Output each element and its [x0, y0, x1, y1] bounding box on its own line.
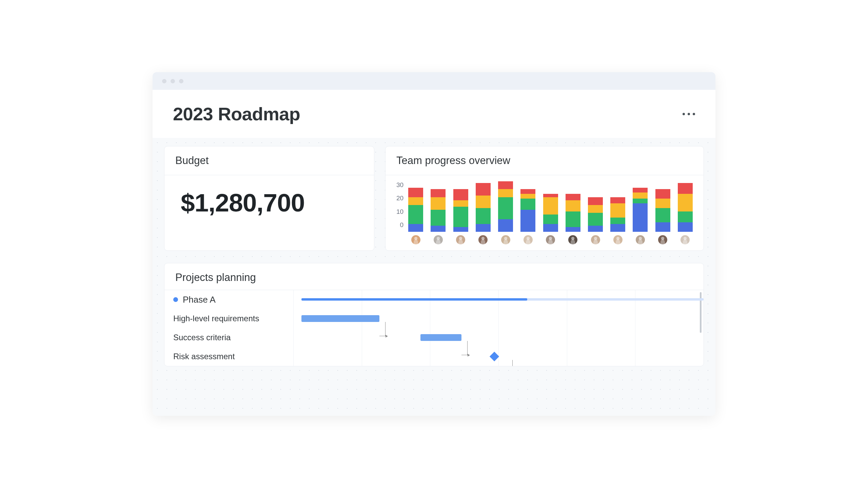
y-tick: 20: [396, 195, 403, 202]
bar-segment: [453, 207, 468, 227]
y-tick: 30: [396, 181, 403, 189]
bar-segment: [566, 200, 580, 211]
bar-segment: [520, 199, 535, 210]
bar-segment: [655, 222, 670, 232]
projects-planning-card[interactable]: Projects planning Phase A High-level req…: [164, 263, 704, 366]
chart-bar[interactable]: [498, 181, 513, 232]
y-tick: 0: [400, 221, 404, 229]
phase-bar-progress[interactable]: [301, 298, 527, 301]
avatar[interactable]: [613, 235, 623, 244]
budget-value: $1,280,700: [164, 175, 374, 232]
bar-segment: [655, 199, 670, 208]
bar-segment: [431, 189, 446, 197]
bar-segment: [566, 211, 580, 227]
chart-bar[interactable]: [520, 189, 535, 232]
more-options-button[interactable]: [683, 113, 695, 115]
bar-segment: [678, 211, 693, 223]
app-window: 2023 Roadmap Budget $1,280,700 Team prog…: [153, 72, 715, 416]
chart-bar[interactable]: [476, 183, 491, 232]
bar-segment: [408, 205, 423, 224]
avatar[interactable]: [456, 235, 465, 244]
bar-segment: [566, 194, 580, 200]
avatar[interactable]: [680, 235, 690, 244]
dashboard-content: Budget $1,280,700 Team progress overview…: [153, 138, 715, 416]
bar-segment: [543, 215, 558, 224]
avatar[interactable]: [546, 235, 555, 244]
bar-segment: [610, 203, 625, 218]
chart-y-axis: 30 20 10 0: [396, 181, 408, 229]
budget-card-header: Budget: [164, 146, 374, 175]
y-tick: 10: [396, 208, 403, 216]
bar-segment: [678, 183, 693, 194]
task-row-label[interactable]: Success criteria: [164, 328, 293, 347]
gantt-chart: Phase A High-level requirements Success …: [164, 290, 704, 366]
chart-bar[interactable]: [566, 194, 580, 232]
progress-chart: 30 20 10 0: [386, 175, 704, 250]
page-header: 2023 Roadmap: [153, 90, 715, 138]
gantt-phase-row: [293, 290, 704, 309]
page-title: 2023 Roadmap: [173, 103, 300, 124]
bar-segment: [498, 219, 513, 232]
bar-segment: [655, 208, 670, 222]
gantt-task-row: [293, 309, 704, 328]
bar-segment: [431, 197, 446, 210]
bar-segment: [543, 197, 558, 215]
chart-bar[interactable]: [431, 189, 446, 232]
planning-header: Projects planning: [164, 263, 704, 290]
milestone-icon[interactable]: [490, 352, 499, 361]
chart-bar[interactable]: [610, 197, 625, 232]
window-minimize-icon[interactable]: [171, 79, 175, 83]
bar-segment: [498, 181, 513, 189]
chart-bar[interactable]: [678, 183, 693, 232]
avatar[interactable]: [524, 235, 533, 244]
bar-segment: [431, 226, 446, 232]
bar-segment: [498, 197, 513, 219]
gantt-timeline: [293, 290, 704, 366]
window-maximize-icon[interactable]: [179, 79, 183, 83]
phase-dot-icon: [173, 297, 178, 302]
avatar[interactable]: [568, 235, 577, 244]
task-row-label[interactable]: Risk assessment: [164, 347, 293, 366]
chart-bar[interactable]: [543, 194, 558, 232]
connector-line: [507, 360, 513, 366]
bar-segment: [678, 222, 693, 232]
bar-segment: [633, 192, 648, 199]
phase-name: Phase A: [183, 294, 216, 305]
window-close-icon[interactable]: [162, 79, 166, 83]
avatar[interactable]: [658, 235, 667, 244]
avatar[interactable]: [636, 235, 645, 244]
bar-segment: [476, 196, 491, 208]
chart-avatars: [408, 235, 693, 244]
chart-bar[interactable]: [588, 197, 603, 232]
bar-segment: [543, 194, 558, 197]
gantt-task-row: [293, 328, 704, 347]
bar-segment: [543, 224, 558, 232]
chart-bar[interactable]: [453, 189, 468, 232]
bar-segment: [655, 189, 670, 199]
bar-segment: [476, 224, 491, 232]
bar-segment: [408, 188, 423, 197]
avatar[interactable]: [478, 235, 488, 244]
avatar[interactable]: [411, 235, 420, 244]
chart-bar[interactable]: [655, 189, 670, 232]
task-bar[interactable]: [301, 315, 379, 322]
avatar[interactable]: [434, 235, 443, 244]
bar-segment: [431, 210, 446, 226]
budget-card[interactable]: Budget $1,280,700: [164, 146, 374, 251]
chart-bar[interactable]: [633, 188, 648, 232]
team-progress-card[interactable]: Team progress overview 30 20 10 0: [385, 146, 704, 251]
bar-segment: [408, 197, 423, 205]
bar-segment: [610, 218, 625, 224]
avatar[interactable]: [591, 235, 600, 244]
task-bar[interactable]: [420, 334, 461, 341]
bar-segment: [453, 189, 468, 200]
avatar[interactable]: [501, 235, 510, 244]
bar-segment: [520, 210, 535, 232]
chart-bar[interactable]: [408, 188, 423, 232]
task-row-label[interactable]: High-level requirements: [164, 309, 293, 328]
bar-segment: [633, 188, 648, 192]
bar-segment: [476, 183, 491, 196]
bar-segment: [408, 224, 423, 232]
bar-segment: [453, 227, 468, 232]
phase-row-label[interactable]: Phase A: [164, 290, 293, 309]
